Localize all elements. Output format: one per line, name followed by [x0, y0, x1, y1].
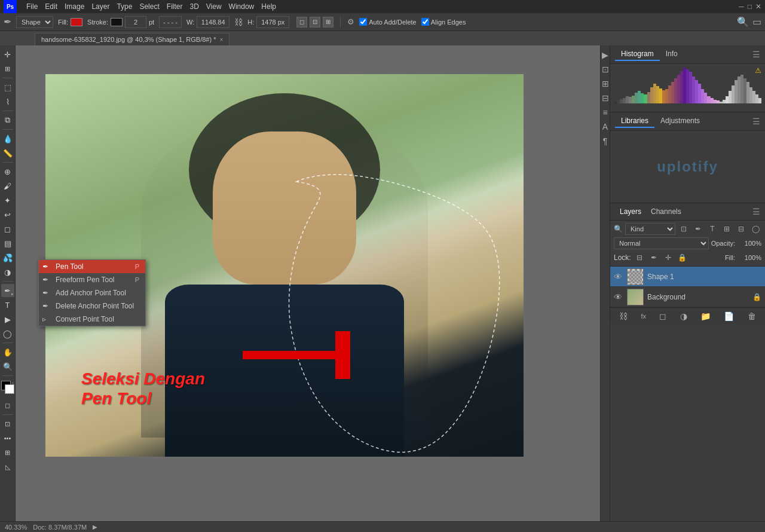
eraser-tool[interactable]: ◻ [1, 222, 14, 236]
menu-layer[interactable]: Layer [91, 2, 109, 11]
maximize-btn[interactable]: □ [748, 2, 752, 11]
clone-tool[interactable]: ✦ [1, 194, 14, 207]
tab-close-button[interactable]: × [219, 36, 223, 43]
rt-btn-3[interactable]: ⊞ [602, 79, 609, 88]
auto-add-delete-input[interactable] [359, 18, 367, 26]
hand-tool[interactable]: ✋ [1, 346, 14, 359]
context-menu-add-anchor[interactable]: ✒ Add Anchor Point Tool [39, 286, 145, 299]
new-group-btn[interactable]: 📁 [700, 311, 711, 321]
stroke-style-button[interactable]: - - - - [159, 16, 182, 28]
layer-item-background[interactable]: 👁 Background 🔒 [610, 287, 765, 307]
rt-btn-6[interactable]: A [602, 122, 608, 132]
lock-transparent-btn[interactable]: ⊟ [634, 252, 645, 264]
layer-kind-select[interactable]: Kind [625, 223, 675, 235]
align-edges-checkbox[interactable]: Align Edges [421, 18, 466, 26]
menu-filter[interactable]: Filter [167, 2, 183, 11]
menu-image[interactable]: Image [65, 2, 84, 11]
layer-visibility-shape1[interactable]: 👁 [614, 272, 623, 282]
fill-input[interactable] [738, 254, 761, 261]
artboard-tool[interactable]: ⊞ [1, 62, 14, 75]
path-selection-tool[interactable]: ▶ [1, 313, 14, 326]
libraries-menu-icon[interactable]: ☰ [752, 117, 760, 126]
menu-edit[interactable]: Edit [45, 2, 57, 11]
context-menu-freeform-pen[interactable]: ✒ Freeform Pen Tool P [39, 273, 145, 286]
gradient-tool[interactable]: ▤ [1, 237, 14, 250]
menu-type[interactable]: Type [117, 2, 132, 11]
marquee-tool[interactable]: ⬚ [1, 81, 14, 94]
play-btn[interactable]: ▶ [602, 50, 608, 60]
swap-colors-icon[interactable]: ↕ [12, 381, 14, 386]
layers-menu-icon[interactable]: ☰ [752, 207, 760, 216]
layer-item-shape1[interactable]: 👁 Shape 1 [610, 267, 765, 287]
pen-tool[interactable]: ✒ ▸ [1, 284, 14, 297]
layer-visibility-background[interactable]: 👁 [614, 292, 623, 302]
add-mask-btn[interactable]: ◻ [659, 311, 666, 321]
menu-file[interactable]: File [26, 2, 38, 11]
menu-view[interactable]: View [206, 2, 222, 11]
height-input[interactable] [256, 16, 289, 28]
fx-btn[interactable]: fx [641, 313, 647, 320]
quick-mask-btn[interactable]: ◻ [1, 399, 14, 412]
extra-tools-btn[interactable]: ••• [1, 432, 14, 445]
panels-icon[interactable]: ▭ [752, 16, 761, 27]
menu-help[interactable]: Help [261, 2, 276, 11]
lasso-tool[interactable]: ⌇ [1, 95, 14, 108]
close-btn[interactable]: ✕ [755, 2, 761, 11]
settings-icon[interactable]: ⚙ [347, 17, 354, 26]
auto-add-delete-checkbox[interactable]: Auto Add/Delete [359, 18, 417, 26]
dodge-tool[interactable]: ◑ [1, 265, 14, 279]
stroke-swatch[interactable] [111, 18, 123, 26]
tab-layers[interactable]: Layers [615, 206, 646, 218]
crop-tool[interactable]: ⧉ [1, 114, 14, 127]
tab-channels[interactable]: Channels [646, 206, 686, 218]
eyedropper-tool[interactable]: 💧 [1, 132, 14, 145]
layer-filter-toggle[interactable]: ◯ [749, 223, 761, 235]
link-layers-btn[interactable]: ⛓ [619, 311, 628, 321]
lock-paint-btn[interactable]: ✒ [648, 252, 660, 264]
forward-arrow[interactable]: ▶ [93, 524, 97, 530]
context-menu-convert-point[interactable]: ▹ Convert Point Tool [39, 313, 145, 326]
healing-tool[interactable]: ⊕ [1, 165, 14, 178]
stroke-width-input[interactable] [125, 16, 146, 28]
layer-filter-3[interactable]: T [706, 223, 718, 235]
brush-tool[interactable]: 🖌 [1, 179, 14, 192]
minimize-btn[interactable]: ─ [739, 2, 744, 11]
ruler-tool[interactable]: 📏 [1, 146, 14, 160]
menu-3d[interactable]: 3D [189, 2, 198, 11]
layer-filter-1[interactable]: ⊡ [678, 223, 690, 235]
menu-window[interactable]: Window [229, 2, 255, 11]
adjustment-btn[interactable]: ◑ [680, 311, 687, 321]
move-tool[interactable]: ✛ [1, 48, 14, 61]
shape-mode-select[interactable]: Shape [16, 16, 53, 28]
shape-mode-dropdown[interactable]: Shape [16, 16, 53, 28]
zoom-tool[interactable]: 🔍 [1, 360, 14, 373]
delete-layer-btn[interactable]: 🗑 [748, 311, 756, 321]
distribute-button[interactable]: ⊡ [310, 17, 320, 27]
document-tab[interactable]: handsome-635832_1920.jpg @ 40,3% (Shape … [35, 33, 230, 45]
menu-select[interactable]: Select [139, 2, 159, 11]
screen-mode-btn[interactable]: ⊡ [1, 417, 14, 430]
rt-btn-2[interactable]: ⊡ [602, 65, 609, 74]
type-tool[interactable]: T [1, 298, 14, 311]
opacity-input[interactable] [738, 240, 761, 247]
search-panel-icon[interactable]: 🔍 [737, 16, 749, 27]
blur-tool[interactable]: 💦 [1, 251, 14, 264]
tool-9[interactable]: ⊞ [1, 446, 14, 459]
align-button[interactable]: ◻ [296, 17, 307, 27]
layer-filter-2[interactable]: ✒ [692, 223, 704, 235]
transform-button[interactable]: ⊞ [323, 17, 333, 27]
rt-btn-4[interactable]: ⊟ [602, 93, 609, 103]
lock-position-btn[interactable]: ✛ [662, 252, 674, 264]
lock-all-btn[interactable]: 🔒 [677, 252, 688, 264]
shape-tool[interactable]: ◯ [1, 327, 14, 340]
tab-adjustments[interactable]: Adjustments [654, 115, 706, 128]
new-layer-btn[interactable]: 📄 [724, 311, 734, 321]
fill-swatch[interactable] [71, 18, 82, 26]
layer-filter-5[interactable]: ⊟ [735, 223, 747, 235]
tab-info[interactable]: Info [660, 48, 684, 61]
histogram-menu-icon[interactable]: ☰ [752, 50, 760, 59]
tab-libraries[interactable]: Libraries [615, 115, 654, 128]
rt-btn-7[interactable]: ¶ [603, 136, 608, 146]
rt-btn-5[interactable]: ≡ [602, 108, 607, 117]
width-input[interactable] [197, 16, 230, 28]
